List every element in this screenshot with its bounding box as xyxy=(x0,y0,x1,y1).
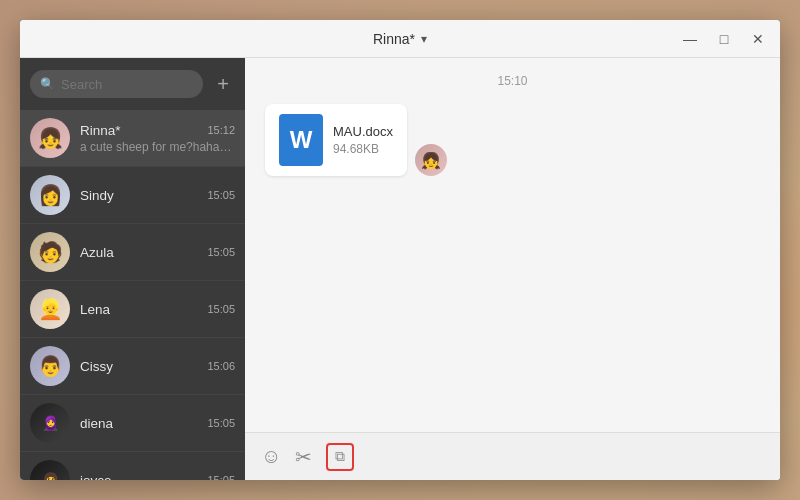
app-window: Rinna* ▾ — □ ✕ 🔍 + 👧 xyxy=(20,20,780,480)
title-bar-center: Rinna* ▾ xyxy=(373,31,427,47)
file-bubble[interactable]: W MAU.docx 94.68KB xyxy=(265,104,407,176)
minimize-button[interactable]: — xyxy=(680,29,700,49)
sidebar: 🔍 + 👧 Rinna* 15:12 a cute xyxy=(20,58,245,480)
messages-area: 15:10 W MAU.docx 94.68KB 👧 xyxy=(245,58,780,432)
content-area: 🔍 + 👧 Rinna* 15:12 a cute xyxy=(20,58,780,480)
chat-name-azula: Azula xyxy=(80,245,114,260)
chat-name-joyce: joyce xyxy=(80,473,112,481)
avatar-rinna: 👧 xyxy=(30,118,70,158)
sidebar-header: 🔍 + xyxy=(20,58,245,110)
chat-list: 👧 Rinna* 15:12 a cute sheep for me?hahah… xyxy=(20,110,245,480)
chat-info-joyce: joyce 15:05 xyxy=(80,473,235,481)
search-icon: 🔍 xyxy=(40,77,55,91)
clipboard-button[interactable]: ⧉ xyxy=(326,443,354,471)
chat-name-row-rinna: Rinna* 15:12 xyxy=(80,123,235,138)
chat-name-sindy: Sindy xyxy=(80,188,114,203)
chat-item-sindy[interactable]: 👩 Sindy 15:05 xyxy=(20,167,245,224)
chat-item-joyce[interactable]: 👩‍🦱 joyce 15:05 xyxy=(20,452,245,480)
message-avatar-rinna: 👧 xyxy=(415,144,447,176)
title-dropdown-icon[interactable]: ▾ xyxy=(421,32,427,46)
chat-main: 15:10 W MAU.docx 94.68KB 👧 xyxy=(245,58,780,480)
chat-time-azula: 15:05 xyxy=(207,246,235,258)
title-bar: Rinna* ▾ — □ ✕ xyxy=(20,20,780,58)
chat-item-cissy[interactable]: 👨 Cissy 15:06 xyxy=(20,338,245,395)
chat-name-row-azula: Azula 15:05 xyxy=(80,245,235,260)
title-bar-actions: — □ ✕ xyxy=(680,29,768,49)
chat-time-joyce: 15:05 xyxy=(207,474,235,480)
clipboard-icon: ⧉ xyxy=(335,448,345,465)
message-row-file: W MAU.docx 94.68KB 👧 xyxy=(265,104,760,176)
chat-title: Rinna* xyxy=(373,31,415,47)
chat-info-azula: Azula 15:05 xyxy=(80,245,235,260)
avatar-lena: 👱 xyxy=(30,289,70,329)
chat-name-cissy: Cissy xyxy=(80,359,113,374)
search-input[interactable] xyxy=(61,77,193,92)
chat-time-diena: 15:05 xyxy=(207,417,235,429)
chat-name-row-diena: diena 15:05 xyxy=(80,416,235,431)
chat-info-sindy: Sindy 15:05 xyxy=(80,188,235,203)
chat-info-rinna: Rinna* 15:12 a cute sheep for me?hahaha.… xyxy=(80,123,235,154)
chat-time-cissy: 15:06 xyxy=(207,360,235,372)
file-name: MAU.docx xyxy=(333,124,393,139)
chat-info-lena: Lena 15:05 xyxy=(80,302,235,317)
chat-item-azula[interactable]: 🧑 Azula 15:05 xyxy=(20,224,245,281)
chat-name-row-lena: Lena 15:05 xyxy=(80,302,235,317)
chat-name-row-joyce: joyce 15:05 xyxy=(80,473,235,481)
avatar-sindy: 👩 xyxy=(30,175,70,215)
message-timestamp: 15:10 xyxy=(265,74,760,88)
chat-time-sindy: 15:05 xyxy=(207,189,235,201)
chat-name-lena: Lena xyxy=(80,302,110,317)
chat-name-row-cissy: Cissy 15:06 xyxy=(80,359,235,374)
close-button[interactable]: ✕ xyxy=(748,29,768,49)
chat-time-rinna: 15:12 xyxy=(207,124,235,136)
chat-name-rinna: Rinna* xyxy=(80,123,121,138)
scissors-button[interactable]: ✂ xyxy=(295,445,312,469)
chat-item-rinna[interactable]: 👧 Rinna* 15:12 a cute sheep for me?hahah… xyxy=(20,110,245,167)
chat-preview-rinna: a cute sheep for me?hahaha... xyxy=(80,140,235,154)
file-size: 94.68KB xyxy=(333,142,393,156)
file-info: MAU.docx 94.68KB xyxy=(333,124,393,156)
add-contact-button[interactable]: + xyxy=(211,72,235,96)
search-box[interactable]: 🔍 xyxy=(30,70,203,98)
chat-name-diena: diena xyxy=(80,416,113,431)
word-icon: W xyxy=(279,114,323,166)
chat-time-lena: 15:05 xyxy=(207,303,235,315)
chat-toolbar: ☺ ✂ ⧉ xyxy=(245,432,780,480)
chat-name-row-sindy: Sindy 15:05 xyxy=(80,188,235,203)
avatar-azula: 🧑 xyxy=(30,232,70,272)
avatar-cissy: 👨 xyxy=(30,346,70,386)
chat-info-diena: diena 15:05 xyxy=(80,416,235,431)
avatar-joyce: 👩‍🦱 xyxy=(30,460,70,480)
chat-item-diena[interactable]: 🧕 diena 15:05 xyxy=(20,395,245,452)
emoji-button[interactable]: ☺ xyxy=(261,445,281,468)
chat-info-cissy: Cissy 15:06 xyxy=(80,359,235,374)
maximize-button[interactable]: □ xyxy=(714,29,734,49)
chat-item-lena[interactable]: 👱 Lena 15:05 xyxy=(20,281,245,338)
avatar-diena: 🧕 xyxy=(30,403,70,443)
